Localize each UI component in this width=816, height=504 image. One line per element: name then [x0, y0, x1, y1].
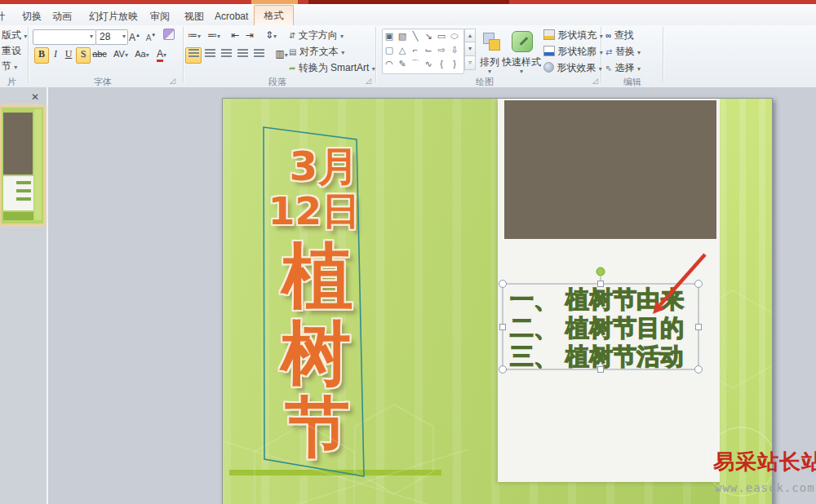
align-center-button[interactable] — [202, 47, 217, 62]
shape-icon[interactable]: ⇨ — [435, 43, 448, 57]
shape-icon[interactable]: ⌒ — [409, 57, 422, 71]
bullets-button[interactable]: ≔▾ — [186, 29, 202, 43]
shape-outline-button[interactable]: 形状轮廓 ▾ — [543, 45, 603, 60]
text-shadow-button[interactable]: S — [76, 47, 91, 64]
paragraph-group-label: 段落 — [184, 77, 370, 86]
find-button[interactable]: ∞ 查找 — [605, 29, 633, 43]
shape-icon[interactable]: ◠ — [383, 57, 396, 71]
paragraph-dialog-launcher[interactable]: ◿ — [364, 77, 373, 86]
image-placeholder[interactable] — [504, 100, 716, 239]
content-list-line[interactable]: 一、 植树节由来 — [510, 286, 706, 312]
shape-icon[interactable]: △ — [396, 43, 409, 57]
pane-close-icon[interactable]: ✕ — [29, 91, 42, 104]
italic-button[interactable]: I — [50, 47, 61, 62]
shape-icon[interactable]: } — [448, 57, 461, 71]
text-direction-button[interactable]: ⇵ 文字方向 ▾ — [289, 29, 344, 43]
font-group-label: 字体 — [29, 77, 176, 86]
shape-fill-button[interactable]: 形状填充 ▾ — [543, 29, 603, 43]
align-left-icon — [188, 49, 199, 57]
font-size-combo[interactable]: 28▾ — [95, 29, 128, 45]
numbering-icon: ≕ — [207, 29, 217, 41]
shape-icon[interactable]: ╲ — [409, 29, 422, 43]
shape-gallery[interactable]: ▣▧╲↘▭⬭ ▢△⌐⌙⇨⇩ ◠✎⌒∿{} — [382, 29, 464, 74]
content-list-line[interactable]: 二、 植树节目的 — [510, 315, 706, 341]
tab-animations[interactable]: 动画 — [51, 8, 73, 25]
shape-icon[interactable]: ⬭ — [448, 29, 461, 43]
columns-icon: ▥ — [275, 48, 284, 60]
vertical-title-line[interactable]: 树 — [272, 316, 360, 391]
content-list-line[interactable]: 三、 植树节活动 — [510, 343, 706, 369]
shape-icon[interactable]: ∿ — [422, 57, 435, 71]
chevron-down-icon: ▾ — [637, 49, 641, 56]
tab-slideshow[interactable]: 幻灯片放映 — [87, 8, 140, 25]
chevron-down-icon: ▾ — [285, 51, 288, 59]
line-spacing-button[interactable]: ⇕▾ — [263, 29, 279, 43]
font-dialog-launcher[interactable]: ◿ — [168, 77, 177, 86]
character-spacing-button[interactable]: AV▾ — [111, 47, 131, 62]
chevron-down-icon: ▾ — [600, 49, 603, 56]
text-direction-icon: ⇵ — [289, 31, 295, 40]
strikethrough-button[interactable]: abc — [91, 47, 109, 62]
shape-icon[interactable]: ⇩ — [448, 43, 461, 57]
chevron-down-icon: ▾ — [273, 33, 277, 40]
vertical-title-line[interactable]: 植 — [273, 237, 361, 316]
shape-icon[interactable]: ▣ — [383, 29, 396, 43]
shape-icon[interactable]: { — [435, 57, 448, 71]
grow-font-button[interactable]: A▲ — [127, 29, 142, 43]
bold-button[interactable]: B — [34, 47, 49, 64]
align-text-button[interactable]: ▤ 对齐文本 ▾ — [289, 45, 344, 60]
ribbon: 版式 ▾ 重设 节 ▾ 片 ▾ 28▾ A▲ A▼ B I U S abc AV… — [0, 25, 816, 88]
watermark-brand: 易采站长站 — [713, 448, 816, 476]
gallery-scroll-up-icon[interactable]: ▴ — [464, 29, 476, 42]
vertical-title-line[interactable]: 12日 — [264, 190, 365, 232]
slide-thumbnail[interactable] — [0, 106, 45, 225]
tab-view[interactable]: 视图 — [183, 8, 206, 25]
slide: 3月 12日 植 树 节 一、 植树节由来 二、 植树节目的 三、 植树节活动 — [222, 98, 773, 504]
thumb-text-line — [16, 189, 31, 192]
font-name-combo[interactable]: ▾ — [33, 29, 96, 45]
shape-icon[interactable]: ⌙ — [422, 43, 435, 57]
section-button[interactable]: 节 ▾ — [2, 60, 17, 74]
gallery-scroll-down-icon[interactable]: ▾ — [464, 42, 476, 56]
clear-formatting-button[interactable] — [162, 29, 175, 43]
shape-icon[interactable]: ↘ — [422, 29, 435, 43]
shape-gallery-scrollbar[interactable]: ▴ ▾ ▿ — [464, 29, 476, 73]
replace-button[interactable]: ⇄ 替换 ▾ — [605, 45, 641, 60]
vertical-title-line[interactable]: 3月 — [283, 144, 365, 188]
tab-design-clipped[interactable]: 计 — [0, 8, 15, 25]
thumb-image-placeholder — [3, 113, 33, 175]
vertical-title-line[interactable]: 节 — [275, 392, 360, 462]
shape-icon[interactable]: ▭ — [435, 29, 448, 43]
tab-transitions[interactable]: 切换 — [20, 8, 43, 25]
align-right-button[interactable] — [219, 47, 233, 62]
shape-icon[interactable]: ⌐ — [409, 43, 422, 57]
tab-acrobat[interactable]: Acrobat — [213, 8, 250, 25]
numbering-button[interactable]: ≕▾ — [206, 29, 222, 43]
decrease-indent-button[interactable]: ⇤ — [228, 29, 242, 43]
columns-button[interactable]: ▥▾ — [273, 47, 290, 62]
drawing-dialog-launcher[interactable]: ◿ — [591, 77, 600, 86]
group-divider — [375, 27, 377, 82]
reset-button[interactable]: 重设 — [2, 44, 21, 59]
gallery-more-icon[interactable]: ▿ — [464, 56, 476, 70]
chevron-down-icon: ▾ — [637, 65, 641, 73]
select-button[interactable]: ⇖ 选择 ▾ — [605, 61, 641, 76]
layout-button[interactable]: 版式 ▾ — [2, 29, 27, 43]
tab-format-active[interactable]: 格式 — [254, 5, 294, 26]
change-case-button[interactable]: Aa▾ — [132, 47, 152, 62]
shape-icon[interactable]: ▢ — [383, 43, 396, 57]
shape-effects-button[interactable]: 形状效果 ▾ — [543, 61, 602, 76]
shape-icon[interactable]: ✎ — [396, 57, 409, 71]
distribute-button[interactable] — [251, 47, 266, 62]
justify-button[interactable] — [235, 47, 250, 62]
font-color-button[interactable]: A▾ — [155, 47, 168, 62]
convert-smartart-button[interactable]: ➦ 转换为 SmartArt ▾ — [289, 61, 375, 76]
tab-review[interactable]: 审阅 — [149, 8, 171, 25]
chevron-down-icon: ▾ — [476, 68, 503, 75]
increase-indent-button[interactable]: ⇥ — [243, 29, 256, 43]
shape-icon[interactable]: ▧ — [396, 29, 409, 43]
underline-button[interactable]: U — [63, 47, 74, 62]
align-left-button[interactable] — [185, 47, 202, 64]
shape-outline-icon — [543, 46, 555, 56]
shrink-font-button[interactable]: A▼ — [144, 29, 158, 43]
